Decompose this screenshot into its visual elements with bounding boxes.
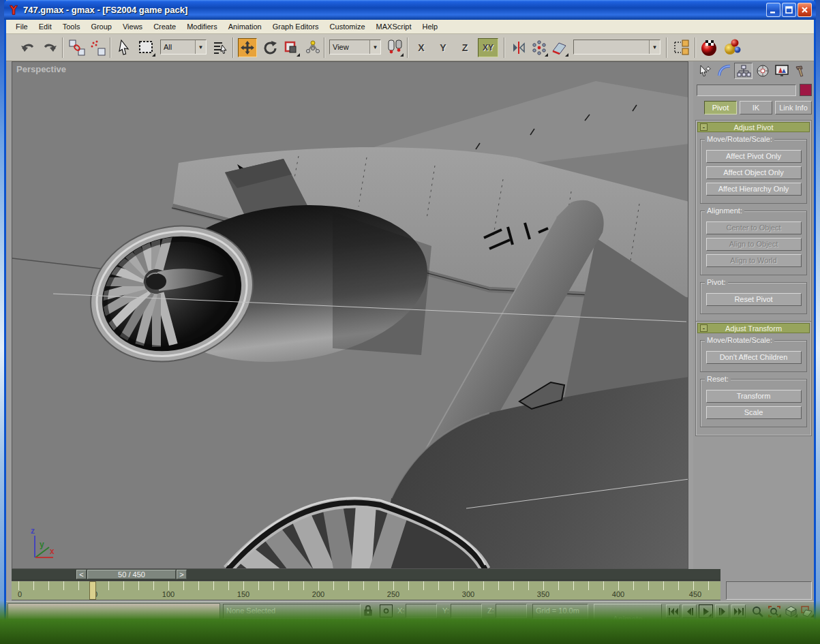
angle-snap-magnet-icon[interactable] xyxy=(587,622,602,634)
minimize-button[interactable] xyxy=(766,3,780,17)
field-of-view-icon[interactable] xyxy=(750,621,765,634)
reference-coordinate-dropdown[interactable]: View ▼ xyxy=(329,40,381,55)
select-and-move-icon[interactable] xyxy=(238,38,257,57)
zoom-all-icon[interactable] xyxy=(767,604,782,618)
current-frame-marker[interactable] xyxy=(89,581,96,600)
restrict-z-button[interactable]: Z xyxy=(456,38,474,57)
menu-item-modifiers[interactable]: Modifiers xyxy=(181,20,223,33)
go-to-start-icon[interactable] xyxy=(666,604,680,618)
mirror-icon[interactable] xyxy=(509,38,528,57)
track-bar[interactable]: 0 50 100 150 200 250 300 350 400 450 xyxy=(12,581,720,600)
title-bar[interactable]: 747.gmax - gmax - [FS2004 game pack] xyxy=(4,0,816,20)
menu-item-animation[interactable]: Animation xyxy=(223,20,267,33)
collapse-icon[interactable]: - xyxy=(700,324,708,332)
select-by-name-icon[interactable] xyxy=(211,38,230,57)
tab-modify[interactable] xyxy=(715,63,733,79)
zoom-extents-all-icon[interactable] xyxy=(800,604,815,618)
dont-affect-children-button[interactable]: Don't Affect Children xyxy=(706,351,802,364)
object-color-swatch[interactable] xyxy=(800,84,812,96)
time-configuration-icon[interactable] xyxy=(727,621,742,635)
link-icon[interactable] xyxy=(67,38,87,57)
selection-lock-icon[interactable] xyxy=(363,604,373,617)
pan-hand-icon[interactable] xyxy=(767,621,782,634)
restrict-y-button[interactable]: Y xyxy=(434,38,452,57)
menu-item-graph-editors[interactable]: Graph Editors xyxy=(267,20,324,33)
restrict-x-button[interactable]: X xyxy=(412,38,430,57)
selection-region-icon[interactable] xyxy=(137,38,156,57)
viewport-perspective[interactable]: Perspective xyxy=(12,61,688,569)
arc-rotate-icon[interactable] xyxy=(783,621,798,634)
menu-item-views[interactable]: Views xyxy=(117,20,148,33)
snap-toggle-icon[interactable] xyxy=(531,621,547,635)
degradation-override-icon[interactable] xyxy=(512,621,528,635)
render-icon[interactable] xyxy=(700,38,719,57)
time-slider-prev-button[interactable]: < xyxy=(76,570,87,579)
menu-item-maxscript[interactable]: MAXScript xyxy=(371,20,417,33)
viewport-label[interactable]: Perspective xyxy=(16,64,66,74)
menu-item-create[interactable]: Create xyxy=(148,20,181,33)
menu-item-tools[interactable]: Tools xyxy=(57,20,86,33)
tab-utilities[interactable] xyxy=(791,63,810,79)
selection-filter-dropdown[interactable]: All ▼ xyxy=(160,40,207,55)
select-and-scale-icon[interactable] xyxy=(282,38,301,57)
previous-frame-icon[interactable] xyxy=(682,604,697,618)
reset-transform-button[interactable]: Transform xyxy=(706,390,802,403)
x-coordinate-field[interactable] xyxy=(406,604,437,618)
zoom-extents-icon[interactable] xyxy=(783,604,798,618)
collapse-icon[interactable]: - xyxy=(700,123,708,131)
dropdown-arrow-icon[interactable]: ▼ xyxy=(195,40,206,54)
affect-hierarchy-only-button[interactable]: Affect Hierarchy Only xyxy=(706,183,802,196)
time-slider-next-button[interactable]: > xyxy=(177,570,187,579)
undo-icon[interactable] xyxy=(18,38,37,57)
maximize-button[interactable] xyxy=(782,3,796,17)
play-animation-icon[interactable] xyxy=(699,604,713,618)
rollout-header-adjust-transform[interactable]: - Adjust Transform xyxy=(697,323,810,333)
use-pivot-center-icon[interactable] xyxy=(385,38,404,57)
unlink-icon[interactable] xyxy=(88,38,107,57)
select-and-rotate-icon[interactable] xyxy=(261,38,280,57)
set-key-icon[interactable] xyxy=(665,623,677,632)
tab-display[interactable] xyxy=(772,63,791,79)
dropdown-arrow-icon[interactable]: ▼ xyxy=(369,40,380,54)
redo-icon[interactable] xyxy=(40,38,59,57)
absolute-offset-mode-button[interactable] xyxy=(380,604,393,617)
align-icon[interactable] xyxy=(550,38,569,57)
min-max-toggle-icon[interactable] xyxy=(800,621,815,634)
animate-button[interactable]: Animate xyxy=(594,604,662,635)
array-icon[interactable] xyxy=(530,38,549,57)
snap-3d-magnet-icon[interactable]: 3 xyxy=(571,622,584,634)
next-frame-icon[interactable] xyxy=(715,604,729,618)
go-to-end-icon[interactable] xyxy=(731,604,746,618)
object-name-field[interactable] xyxy=(697,85,796,96)
reset-scale-button[interactable]: Scale xyxy=(706,406,802,419)
tab-motion[interactable] xyxy=(753,63,772,79)
3d-snap-cube-icon[interactable] xyxy=(550,621,566,635)
percent-snap-magnet-icon[interactable]: % xyxy=(605,622,620,634)
align-to-world-button[interactable]: Align to World xyxy=(706,254,802,267)
y-coordinate-field[interactable] xyxy=(451,604,482,618)
schematic-view-icon[interactable] xyxy=(671,38,690,57)
tab-hierarchy[interactable] xyxy=(734,63,753,79)
tab-ik[interactable]: IK xyxy=(740,101,772,114)
menu-item-file[interactable]: File xyxy=(10,20,33,33)
affect-pivot-only-button[interactable]: Affect Pivot Only xyxy=(706,150,802,163)
add-time-tag-button[interactable]: Add Time Tag xyxy=(430,621,508,636)
zoom-icon[interactable] xyxy=(750,604,765,618)
reset-pivot-button[interactable]: Reset Pivot xyxy=(706,293,802,306)
material-editor-icon[interactable] xyxy=(723,38,742,57)
restrict-xy-plane-button[interactable]: XY xyxy=(478,38,498,57)
named-selection-dropdown[interactable]: ▼ xyxy=(573,40,660,55)
align-to-object-button[interactable]: Align to Object xyxy=(706,238,802,251)
menu-item-help[interactable]: Help xyxy=(417,20,444,33)
manipulate-icon[interactable] xyxy=(303,38,322,57)
affect-object-only-button[interactable]: Affect Object Only xyxy=(706,166,802,179)
center-to-object-button[interactable]: Center to Object xyxy=(706,221,802,234)
menu-item-group[interactable]: Group xyxy=(85,20,117,33)
time-slider-handle[interactable]: 50 / 450 xyxy=(87,570,176,579)
tab-pivot[interactable]: Pivot xyxy=(704,101,737,114)
tab-link-info[interactable]: Link Info xyxy=(775,101,812,114)
spinner-snap-magnet-icon[interactable] xyxy=(622,622,637,634)
z-coordinate-field[interactable] xyxy=(496,604,527,618)
maxscript-mini-listener-macro[interactable] xyxy=(7,603,220,619)
close-button[interactable] xyxy=(798,3,812,17)
